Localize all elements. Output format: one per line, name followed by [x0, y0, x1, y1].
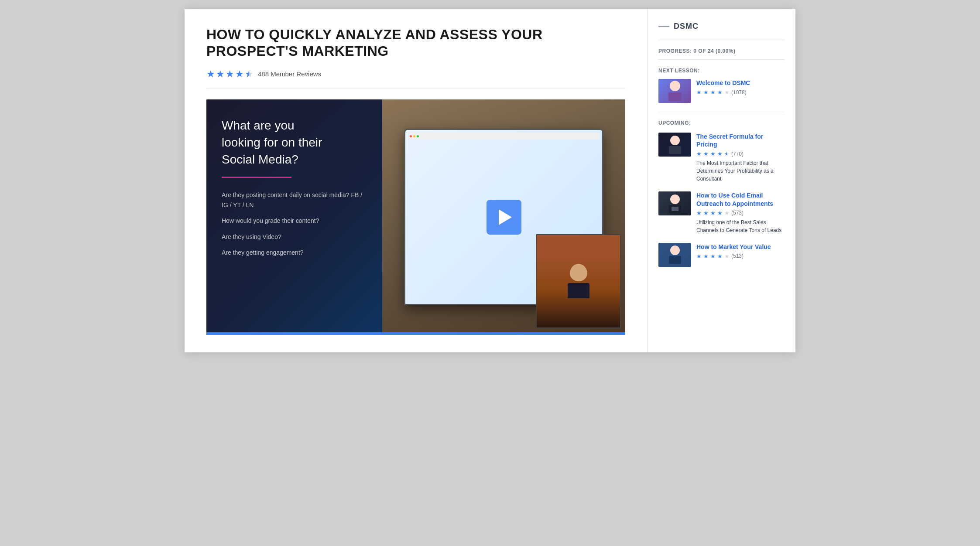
nl-star-3: ★ — [710, 89, 716, 96]
welcome-thumb-bg — [658, 79, 691, 103]
u2-rating-count: (573) — [731, 210, 744, 216]
u2-star-4: ★ — [717, 210, 723, 216]
upcoming-1-thumbnail — [658, 133, 691, 157]
video-background: What are youlooking for on theirSocial M… — [206, 99, 625, 335]
upcoming-3-thumbnail — [658, 243, 691, 267]
video-title-text: What are youlooking for on theirSocial M… — [222, 117, 367, 168]
review-count: 488 Member Reviews — [258, 70, 321, 78]
brand-dash — [658, 26, 669, 27]
star-4: ★ — [235, 68, 244, 80]
play-icon — [499, 209, 512, 225]
star-5-half: ★★ — [245, 68, 254, 80]
nl-star-2: ★ — [703, 89, 709, 96]
upcoming-label: UPCOMING: — [658, 120, 785, 126]
u3-rating-count: (513) — [731, 253, 744, 259]
upcoming-2-stars: ★ ★ ★ ★ ★ (573) — [696, 210, 785, 216]
video-left-panel: What are youlooking for on theirSocial M… — [206, 99, 382, 335]
nl-star-4: ★ — [717, 89, 723, 96]
star-2: ★ — [216, 68, 225, 80]
sidebar-progress-divider — [658, 59, 785, 60]
section-divider — [206, 89, 625, 89]
upcoming-lesson-3[interactable]: How to Market Your Value ★ ★ ★ ★ ★ (513) — [658, 243, 785, 267]
nl-star-5: ★ — [724, 89, 730, 96]
brand-name: DSMC — [674, 22, 699, 31]
upcoming-1-info: The Secret Formula for Pricing ★ ★ ★ ★ ★… — [696, 133, 785, 183]
upcoming-2-info: How to Use Cold Email Outreach to Appoin… — [696, 191, 785, 234]
formula-thumb-bg — [658, 133, 691, 157]
upcoming-2-title[interactable]: How to Use Cold Email Outreach to Appoin… — [696, 191, 785, 207]
browser-bar — [408, 133, 600, 140]
inset-person — [537, 235, 620, 328]
nl-star-1: ★ — [696, 89, 702, 96]
sidebar-brand: DSMC — [658, 22, 785, 31]
main-stars: ★ ★ ★ ★ ★★ — [206, 68, 254, 80]
upcoming-2-thumbnail — [658, 191, 691, 215]
u3-star-4: ★ — [717, 253, 723, 259]
main-content: HOW TO QUICKLY ANALYZE AND ASSESS YOUR P… — [185, 9, 647, 352]
u2-star-2: ★ — [703, 210, 709, 216]
cold-thumb-bg — [658, 191, 691, 215]
next-lesson-title[interactable]: Welcome to DSMC — [696, 79, 785, 87]
star-1: ★ — [206, 68, 215, 80]
upcoming-1-title[interactable]: The Secret Formula for Pricing — [696, 133, 785, 148]
bullet-4: Are they getting engagement? — [222, 248, 367, 257]
progress-indicator: PROGRESS: 0 OF 24 (0.00%) — [658, 48, 785, 54]
upcoming-3-info: How to Market Your Value ★ ★ ★ ★ ★ (513) — [696, 243, 785, 267]
sidebar-top-divider — [658, 40, 785, 40]
next-lesson-thumbnail — [658, 79, 691, 103]
sidebar: DSMC PROGRESS: 0 OF 24 (0.00%) NEXT LESS… — [647, 9, 795, 352]
u1-star-2: ★ — [703, 150, 709, 157]
u2-star-1: ★ — [696, 210, 702, 216]
star-3: ★ — [226, 68, 234, 80]
rating-row: ★ ★ ★ ★ ★★ 488 Member Reviews — [206, 68, 625, 80]
bullet-1: Are they posting content daily on social… — [222, 190, 367, 210]
nl-rating-count: (1078) — [731, 89, 747, 96]
upcoming-3-title[interactable]: How to Market Your Value — [696, 243, 785, 251]
u3-star-2: ★ — [703, 253, 709, 259]
pink-divider — [222, 177, 291, 178]
video-inset — [536, 234, 621, 328]
upcoming-2-desc: Utilizing one of the Best Sales Channels… — [696, 218, 785, 234]
next-lesson-info: Welcome to DSMC ★ ★ ★ ★ ★ (1078) — [696, 79, 785, 103]
u2-star-3: ★ — [710, 210, 716, 216]
course-title: HOW TO QUICKLY ANALYZE AND ASSESS YOUR P… — [206, 26, 625, 60]
u1-star-4: ★ — [717, 150, 723, 157]
next-lesson-item[interactable]: Welcome to DSMC ★ ★ ★ ★ ★ (1078) — [658, 79, 785, 103]
upcoming-3-stars: ★ ★ ★ ★ ★ (513) — [696, 253, 785, 259]
video-player[interactable]: What are youlooking for on theirSocial M… — [206, 99, 625, 335]
u1-star-3: ★ — [710, 150, 716, 157]
market-thumb-bg — [658, 243, 691, 267]
next-lesson-stars: ★ ★ ★ ★ ★ (1078) — [696, 89, 785, 96]
u1-rating-count: (770) — [731, 151, 744, 157]
video-progress-bar[interactable] — [206, 332, 625, 335]
upcoming-lesson-2[interactable]: How to Use Cold Email Outreach to Appoin… — [658, 191, 785, 234]
sidebar-upcoming-divider — [658, 112, 785, 112]
upcoming-1-desc: The Most Important Factor that Determine… — [696, 159, 785, 183]
u1-star-1: ★ — [696, 150, 702, 157]
bullet-3: Are they using Video? — [222, 232, 367, 242]
bullet-2: How would you grade their content? — [222, 216, 367, 225]
upcoming-lesson-1[interactable]: The Secret Formula for Pricing ★ ★ ★ ★ ★… — [658, 133, 785, 183]
upcoming-1-stars: ★ ★ ★ ★ ★★ (770) — [696, 150, 785, 157]
play-button[interactable] — [487, 200, 521, 235]
u3-star-1: ★ — [696, 253, 702, 259]
video-right-panel — [382, 99, 625, 335]
u3-star-5: ★ — [724, 253, 730, 259]
next-lesson-label: NEXT LESSON: — [658, 68, 785, 74]
u3-star-3: ★ — [710, 253, 716, 259]
u2-star-5: ★ — [724, 210, 730, 216]
u1-star-5: ★★ — [724, 150, 730, 157]
